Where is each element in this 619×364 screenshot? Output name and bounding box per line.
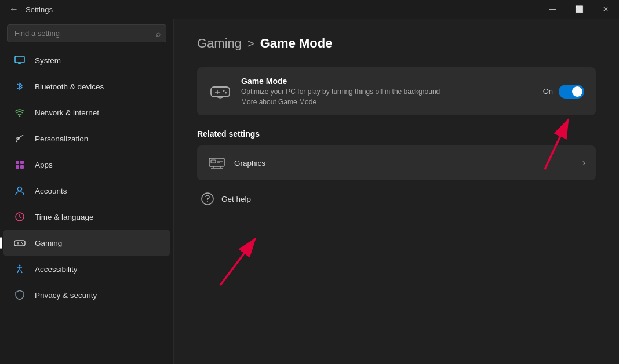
svg-point-16 [19, 265, 21, 267]
app-title: Settings [26, 5, 53, 14]
sidebar-item-privacy[interactable]: Privacy & security [3, 282, 170, 308]
sidebar-item-label-accessibility: Accessibility [35, 265, 78, 274]
sidebar-item-bluetooth[interactable]: Bluetooth & devices [3, 74, 170, 99]
sidebar-item-label-accounts: Accounts [35, 187, 67, 195]
game-mode-info: Game Mode Optimize your PC for play by t… [241, 77, 543, 106]
sidebar-item-accounts[interactable]: Accounts [3, 178, 170, 203]
svg-point-3 [19, 115, 20, 117]
game-mode-icon [209, 80, 232, 103]
sidebar-nav: System Bluetooth & devices [0, 47, 173, 308]
game-mode-card: Game Mode Optimize your PC for play by t… [197, 67, 596, 115]
svg-point-20 [223, 90, 225, 92]
svg-point-14 [21, 242, 22, 243]
main-layout: ⌕ System Bluetooth [0, 19, 619, 364]
sidebar-item-label-apps: Apps [35, 161, 53, 169]
toggle-on-label: On [543, 87, 553, 96]
bluetooth-icon [13, 79, 27, 93]
related-settings-title: Related settings [197, 129, 596, 139]
svg-rect-8 [20, 165, 24, 169]
search-icon: ⌕ [156, 29, 161, 38]
svg-rect-7 [16, 165, 19, 169]
time-icon [13, 210, 27, 224]
related-item-graphics[interactable]: Graphics › [197, 145, 596, 180]
sidebar-item-label-network: Network & internet [35, 108, 99, 117]
breadcrumb-parent: Gaming [197, 36, 242, 51]
svg-point-15 [22, 243, 23, 245]
game-mode-link[interactable]: More about Game Mode [241, 98, 316, 106]
breadcrumb-separator: > [247, 37, 254, 50]
window-controls: — ⬜ ✕ [539, 0, 619, 19]
minimize-button[interactable]: — [539, 0, 566, 19]
game-mode-description: Optimize your PC for play by turning thi… [241, 88, 543, 96]
svg-point-21 [225, 92, 227, 93]
svg-point-9 [18, 187, 22, 191]
sidebar-item-time[interactable]: Time & language [3, 204, 170, 230]
svg-rect-5 [16, 161, 19, 164]
search-container: ⌕ [7, 24, 166, 42]
network-icon [13, 105, 27, 119]
svg-rect-11 [14, 241, 25, 246]
breadcrumb-current: Game Mode [260, 36, 333, 51]
system-icon [13, 53, 27, 67]
svg-rect-17 [211, 87, 230, 97]
svg-rect-6 [20, 161, 24, 164]
sidebar-item-personalization[interactable]: Personalization [3, 126, 170, 151]
svg-rect-0 [15, 56, 24, 63]
sidebar-item-label-privacy: Privacy & security [35, 291, 97, 300]
close-button[interactable]: ✕ [592, 0, 619, 19]
get-help-item[interactable]: Get help [197, 185, 596, 213]
svg-point-30 [207, 201, 208, 202]
sidebar-item-accessibility[interactable]: Accessibility [3, 256, 170, 282]
sidebar-item-label-gaming: Gaming [35, 239, 62, 247]
content-area: Gaming > Game Mode Game Mode Optimize yo [174, 19, 619, 364]
sidebar-item-apps[interactable]: Apps [3, 152, 170, 177]
game-mode-toggle[interactable] [559, 85, 584, 99]
search-input[interactable] [7, 24, 166, 42]
accessibility-icon [13, 262, 27, 276]
svg-rect-22 [209, 158, 224, 166]
get-help-icon [199, 191, 216, 207]
sidebar-item-gaming[interactable]: Gaming [3, 230, 170, 256]
get-help-label: Get help [221, 195, 251, 203]
sidebar-item-label-bluetooth: Bluetooth & devices [35, 82, 104, 91]
game-mode-title: Game Mode [241, 77, 543, 86]
sidebar: ⌕ System Bluetooth [0, 19, 174, 364]
svg-rect-23 [211, 160, 216, 163]
accounts-icon [13, 184, 27, 198]
game-mode-control: On [543, 85, 584, 99]
titlebar: ← Settings — ⬜ ✕ [0, 0, 619, 19]
breadcrumb: Gaming > Game Mode [197, 36, 596, 51]
sidebar-item-label-time: Time & language [35, 213, 94, 221]
sidebar-item-network[interactable]: Network & internet [3, 100, 170, 125]
chevron-right-icon: › [582, 158, 585, 168]
back-button[interactable]: ← [7, 2, 21, 16]
related-label-graphics: Graphics [234, 159, 582, 168]
restore-button[interactable]: ⬜ [566, 0, 592, 19]
apps-icon [13, 158, 27, 172]
graphics-icon [207, 154, 226, 172]
personalization-icon [13, 132, 27, 145]
sidebar-item-label-system: System [35, 56, 61, 65]
sidebar-item-system[interactable]: System [3, 48, 170, 73]
gaming-icon [13, 236, 27, 250]
sidebar-item-label-personalization: Personalization [35, 134, 88, 143]
privacy-icon [13, 288, 27, 302]
